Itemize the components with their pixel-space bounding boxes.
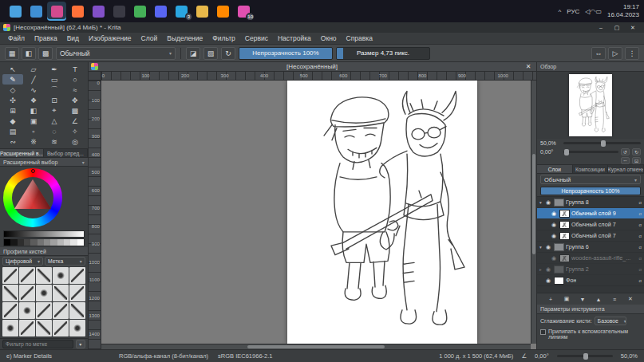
horizontal-scroll-thumb[interactable] [247, 345, 385, 348]
preserve-alpha-button[interactable]: ▨ [203, 47, 218, 60]
menu-item-слой[interactable]: Слой [136, 34, 163, 42]
menu-item-сервис[interactable]: Сервис [240, 34, 273, 42]
layer-row[interactable]: ▾◉Группа 6α [537, 242, 644, 253]
menu-item-справка[interactable]: Справка [342, 34, 377, 42]
delete-layer-button[interactable]: ✕ [625, 295, 636, 304]
rotate-ccw-button[interactable]: ↺ [621, 148, 630, 155]
brush-preset[interactable] [53, 302, 69, 319]
layer-alpha-badge[interactable]: α [639, 234, 642, 238]
taskbar-app-app-blue[interactable] [26, 2, 45, 21]
docker-tab-композиции[interactable]: Композиции [573, 165, 609, 173]
brush-preset[interactable] [2, 302, 18, 319]
brush-tag-select[interactable]: Метка [45, 257, 85, 266]
layer-alpha-badge[interactable]: α [639, 278, 642, 283]
menu-item-вид[interactable]: Вид [62, 34, 84, 42]
statusbar-zoom-slider[interactable] [557, 355, 613, 357]
brush-filter-input[interactable]: Фильтр по метке [2, 340, 73, 348]
gray-swatch[interactable] [10, 239, 17, 246]
battery-icon[interactable]: ▭ [595, 8, 602, 15]
brush-size-slider[interactable]: Размер 4,73 пикс. [336, 47, 430, 60]
tool-transform[interactable]: ⊡ [44, 95, 65, 105]
tool-multibrush[interactable]: ❖ [23, 95, 44, 105]
overview-thumbnail[interactable] [569, 74, 612, 136]
funnel-icon[interactable]: ▾ [76, 340, 85, 348]
color-tab[interactable]: Расширенный в... [0, 149, 44, 157]
taskbar-app-vlc[interactable] [213, 2, 232, 21]
tool-reference-images[interactable]: ▤ [2, 126, 23, 136]
document-close-button[interactable]: ✕ [523, 63, 534, 70]
layer-expand-caret[interactable]: ▸ [539, 267, 544, 272]
tool-calligraphy[interactable]: ✒ [44, 64, 65, 74]
taskbar-app-app-green[interactable] [130, 2, 149, 21]
layer-blend-mode-select[interactable]: Обычный [540, 175, 641, 184]
gray-swatch[interactable] [50, 239, 57, 246]
wrap-around-button[interactable]: ▷ [608, 47, 622, 60]
layer-row[interactable]: ◉Обычный слой 9α [537, 208, 644, 219]
tool-pattern[interactable]: ▩ [65, 105, 85, 116]
tool-rectangle[interactable]: ▭ [44, 74, 65, 85]
layer-row[interactable]: ◉Фонα [537, 275, 644, 286]
advanced-color-header[interactable]: Расширенный выбор ▾ [0, 158, 88, 167]
current-brush-name[interactable]: e) Marker Details [6, 352, 52, 360]
tray-chevron-icon[interactable]: ^ [558, 8, 561, 15]
tool-bezier[interactable]: ⌒ [44, 85, 65, 95]
brush-preset[interactable] [19, 267, 35, 284]
layer-visibility-toggle[interactable]: ◉ [551, 211, 558, 217]
gray-swatch[interactable] [64, 239, 70, 246]
menu-item-фильтр[interactable]: Фильтр [207, 34, 240, 42]
minimize-button[interactable]: – [593, 22, 609, 33]
layer-visibility-toggle[interactable]: ◉ [546, 199, 552, 206]
value-gradient-strip[interactable] [3, 230, 85, 238]
tool-gradient[interactable]: ◧ [23, 105, 44, 116]
taskbar-app-telegram[interactable]: 3 [172, 2, 191, 21]
tool-options-header[interactable]: Параметры инструмента [537, 305, 644, 314]
brush-preset[interactable] [2, 267, 18, 284]
taskbar-widgets-button[interactable] [6, 2, 25, 21]
snap-assistants-checkbox[interactable] [540, 329, 546, 335]
layer-row[interactable]: ◉Обычный слой 7α [537, 219, 644, 230]
gray-swatch[interactable] [44, 239, 50, 246]
tool-fill[interactable]: ◆ [2, 116, 23, 126]
statusbar-zoom-value[interactable]: 50,0% [621, 352, 638, 360]
tool-dynamic-brush[interactable]: ✣ [2, 95, 23, 105]
toolbar-overflow-button[interactable]: ⋮ [625, 47, 639, 60]
overview-zoom-slider[interactable] [563, 142, 641, 144]
choose-workspace-button[interactable]: ▦ [5, 47, 19, 60]
move-layer-up-button[interactable]: ▲ [593, 295, 604, 304]
layer-alpha-badge[interactable]: α [639, 256, 642, 261]
taskbar-app-discord[interactable] [151, 2, 170, 21]
gray-swatch[interactable] [30, 239, 37, 246]
eraser-mode-button[interactable]: ◪ [186, 47, 200, 60]
docker-tab-слои[interactable]: Слои [537, 165, 573, 173]
brush-preset[interactable] [19, 285, 35, 301]
layer-alpha-badge[interactable]: α [639, 245, 642, 250]
gray-swatch[interactable] [24, 239, 30, 246]
brush-preset[interactable] [2, 285, 18, 301]
layer-visibility-toggle[interactable]: ◉ [546, 266, 552, 273]
tool-crop[interactable]: ⊞ [2, 105, 23, 116]
pattern-chooser-button[interactable]: ▩ [38, 47, 53, 60]
tool-move[interactable]: ✥ [65, 95, 85, 105]
blend-mode-select[interactable]: Обычный [56, 47, 176, 60]
taskbar-app-app-dark[interactable] [109, 2, 128, 21]
brush-preset[interactable] [36, 267, 52, 284]
zoom-slider-knob[interactable] [601, 140, 606, 147]
layer-visibility-toggle[interactable]: ◉ [551, 255, 558, 262]
gray-swatch[interactable] [70, 239, 77, 246]
tool-select-shapes[interactable]: ↖ [2, 64, 23, 74]
document-tab-title[interactable]: [Несохранённый] [101, 63, 523, 70]
layer-visibility-toggle[interactable]: ◉ [551, 222, 558, 228]
rotation-slider-knob[interactable] [564, 149, 569, 155]
layer-alpha-badge[interactable]: α [639, 222, 642, 227]
taskbar-app-krita[interactable] [47, 2, 66, 21]
maximize-button[interactable]: ▢ [609, 22, 625, 33]
layer-row[interactable]: ▾◉Группа 8α [537, 197, 644, 208]
canvas-only-button[interactable]: ⊡ [632, 157, 641, 164]
tool-contiguous-select[interactable]: ※ [23, 136, 44, 147]
vertical-scrollbar[interactable] [531, 81, 536, 344]
tool-similar-select[interactable]: ≋ [44, 136, 65, 147]
taskbar-app-app-purple[interactable] [89, 2, 108, 21]
color-tab[interactable]: Выбор опред... [44, 149, 88, 157]
tool-line[interactable]: ╱ [23, 74, 44, 85]
brush-preset[interactable] [53, 267, 69, 284]
